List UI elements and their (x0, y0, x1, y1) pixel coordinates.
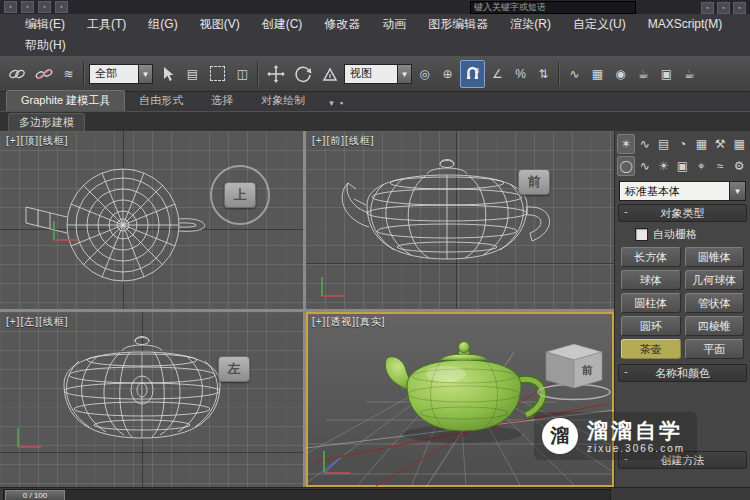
tube-button[interactable]: 管状体 (685, 293, 745, 313)
select-and-rotate-button[interactable] (290, 60, 315, 88)
reference-coordsys-dropdown[interactable]: 视图 ▾ (344, 64, 412, 84)
time-slider-handle[interactable]: 0 / 100 (5, 490, 65, 500)
display-tab[interactable]: ▦ (692, 134, 710, 154)
panel-options-button[interactable]: ▦ (730, 134, 748, 154)
select-and-move-button[interactable] (263, 60, 288, 88)
redo-icon[interactable]: ▪ (55, 1, 68, 13)
viewport-perspective-label[interactable]: [+][透视][真实] (312, 315, 386, 329)
watermark: 溜 溜溜自学 zixue.3066.com (534, 412, 697, 460)
save-icon[interactable]: ▪ (21, 1, 34, 13)
rollout-object-type[interactable]: - 对象类型 (618, 204, 747, 222)
app-menu-icon[interactable]: ▪ (4, 1, 17, 13)
curve-editor-button[interactable]: ∿ (564, 60, 585, 88)
select-object-button[interactable] (155, 60, 180, 88)
viewcube-front[interactable]: 前 (518, 169, 550, 195)
use-pivot-center-button[interactable]: ◎ (414, 60, 435, 88)
geometry-category-button[interactable]: ◯ (617, 156, 635, 176)
bind-to-spacewarp-button[interactable]: ≋ (58, 60, 79, 88)
selection-filter-dropdown[interactable]: 全部 ▾ (89, 64, 153, 84)
viewcube-perspective[interactable]: 前 (532, 336, 614, 404)
menu-item-views[interactable]: 视图(V) (189, 14, 251, 35)
utilities-tab[interactable]: ⚒ (711, 134, 729, 154)
menu-item-modifiers[interactable]: 修改器 (313, 14, 371, 35)
tab-graphite-modeling[interactable]: Graphite 建模工具 (6, 90, 125, 111)
torus-button[interactable]: 圆环 (621, 316, 681, 336)
viewcube-top[interactable]: 上 (210, 165, 270, 225)
viewcube-left[interactable]: 左 (218, 356, 250, 382)
primitive-category-value: 标准基本体 (620, 184, 729, 199)
select-by-name-button[interactable]: ▤ (182, 60, 203, 88)
utilities-tab-icon: ⚒ (715, 137, 726, 151)
pyramid-button[interactable]: 四棱锥 (685, 316, 745, 336)
viewport-front[interactable]: [+][前][线框] (306, 131, 614, 309)
percent-snap-button[interactable]: % (510, 60, 531, 88)
help-community-icon[interactable]: ▪ (717, 2, 730, 14)
menu-item-group[interactable]: 组(G) (137, 14, 188, 35)
ribbon-collapse-icon[interactable]: ▾ (329, 98, 334, 108)
sphere-button[interactable]: 球体 (621, 270, 681, 290)
rollout-name-and-color[interactable]: - 名称和颜色 (618, 364, 747, 382)
render-frame-window-button[interactable]: ▣ (656, 60, 677, 88)
teapot-wireframe-left[interactable] (24, 328, 260, 466)
box-button[interactable]: 长方体 (621, 247, 681, 267)
viewport-top-label[interactable]: [+][顶][线框] (6, 134, 69, 148)
angle-snap-button[interactable]: ∠ (487, 60, 508, 88)
cameras-category-button[interactable]: ▣ (674, 156, 692, 176)
autogrid-checkbox[interactable] (635, 228, 648, 241)
tab-selection[interactable]: 选择 (197, 91, 247, 111)
menu-item-edit[interactable]: 编辑(E) (14, 14, 76, 35)
hierarchy-tab[interactable]: ▤ (655, 134, 673, 154)
viewport-perspective[interactable]: [+][透视][真实] (306, 312, 614, 487)
menu-item-animation[interactable]: 动画 (371, 14, 417, 35)
motion-tab[interactable]: ◔ (674, 134, 692, 154)
menu-item-help[interactable]: 帮助(H) (14, 35, 77, 56)
viewport-top[interactable]: [+][顶][线框] 上 (0, 131, 303, 309)
systems-category-button[interactable]: ⚙ (730, 156, 748, 176)
subtab-polygon-modeling[interactable]: 多边形建模 (8, 113, 85, 131)
snap-toggle-3d-button[interactable]: 3 (460, 60, 485, 88)
lights-category-button[interactable]: ☀ (655, 156, 673, 176)
time-slider-track[interactable]: 0 / 100 (3, 489, 611, 500)
plane-button[interactable]: 平面 (685, 339, 745, 359)
quick-render-button[interactable]: ☕ (679, 60, 700, 88)
create-tab[interactable]: ✶ (617, 134, 635, 154)
workspace-icon[interactable]: ▪ (733, 2, 746, 14)
select-and-manipulate-button[interactable]: ⊕ (437, 60, 458, 88)
command-panel-tabs: ✶ ∿ ▤ ◔ ▦ ⚒ ▦ (615, 133, 750, 155)
shapes-category-button[interactable]: ∿ (636, 156, 654, 176)
autogrid-row: 自动栅格 (615, 225, 750, 243)
spacewarps-category-button[interactable]: ≈ (711, 156, 729, 176)
menu-item-tools[interactable]: 工具(T) (76, 14, 137, 35)
teapot-wireframe-top[interactable] (8, 147, 258, 297)
render-setup-button[interactable]: ☕ (633, 60, 654, 88)
primitive-category-dropdown[interactable]: 标准基本体 ▾ (619, 181, 746, 201)
teapot-button[interactable]: 茶壶 (621, 339, 681, 359)
menu-item-graph-editors[interactable]: 图形编辑器 (417, 14, 499, 35)
cylinder-button[interactable]: 圆柱体 (621, 293, 681, 313)
tab-freeform[interactable]: 自由形式 (125, 91, 197, 111)
signin-icon[interactable]: ▪ (701, 2, 714, 14)
select-and-scale-button[interactable] (317, 60, 342, 88)
menu-item-maxscript[interactable]: MAXScript(M) (637, 14, 734, 35)
helpers-category-button[interactable]: ⌖ (692, 156, 710, 176)
viewport-left[interactable]: [+][左][线框] (0, 312, 303, 487)
modify-tab[interactable]: ∿ (636, 134, 654, 154)
search-input[interactable] (470, 1, 636, 14)
undo-icon[interactable]: ▪ (38, 1, 51, 13)
menu-item-rendering[interactable]: 渲染(R) (499, 14, 562, 35)
viewport-front-label[interactable]: [+][前][线框] (312, 134, 375, 148)
menu-item-create[interactable]: 创建(C) (251, 14, 314, 35)
select-and-link-button[interactable] (4, 60, 29, 88)
menu-item-customize[interactable]: 自定义(U) (562, 14, 637, 35)
unlink-selection-button[interactable] (31, 60, 56, 88)
material-editor-button[interactable]: ◉ (610, 60, 631, 88)
geosphere-button[interactable]: 几何球体 (685, 270, 745, 290)
rectangular-selection-region-button[interactable] (205, 60, 230, 88)
schematic-view-button[interactable]: ▦ (587, 60, 608, 88)
tab-object-paint[interactable]: 对象绘制 (247, 91, 319, 111)
spinner-snap-button[interactable]: ⇅ (533, 60, 554, 88)
ribbon-options-icon[interactable]: ▪ (340, 98, 343, 108)
viewport-left-label[interactable]: [+][左][线框] (6, 315, 69, 329)
window-crossing-button[interactable]: ◫ (232, 60, 253, 88)
cone-button[interactable]: 圆锥体 (685, 247, 745, 267)
